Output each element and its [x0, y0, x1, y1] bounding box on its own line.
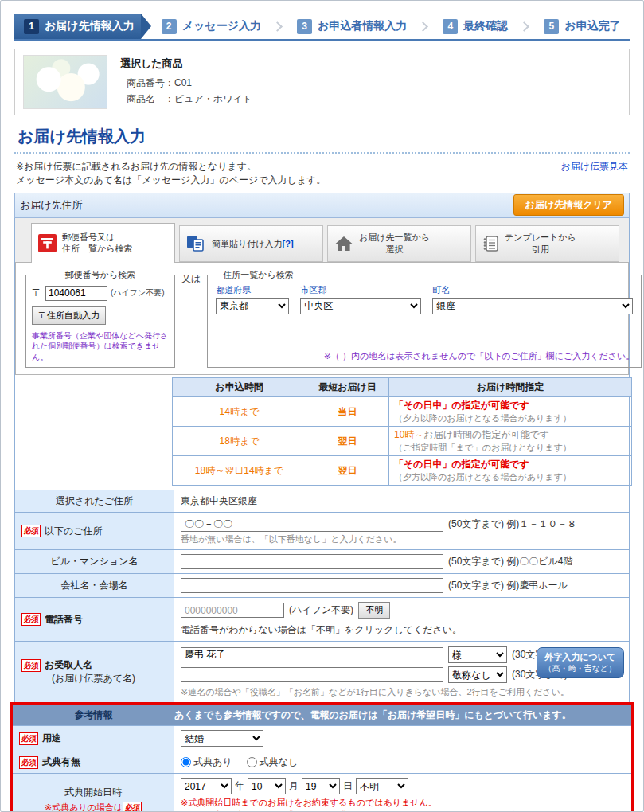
step-1-delivery-info: 1 お届け先情報入力 [14, 14, 141, 39]
row2-designation: 10時～お届け時間の指定が可能です （ご指定時間「まで」のお届けとなります） [389, 427, 632, 456]
delivery-address-box: 郵便番号又は 住所一覧から検索 簡単貼り付け入力[?] お届け先一覧から 選 [14, 218, 630, 812]
honorific1-select[interactable]: 様 [448, 646, 507, 663]
address-detail-input[interactable] [181, 517, 443, 532]
step-5-number: 5 [544, 19, 559, 34]
tab-postal-code-search[interactable]: 郵便番号又は 住所一覧から検索 [31, 223, 175, 263]
purpose-row: 必須 用途 結婚 [13, 725, 631, 751]
recipient-name2-input[interactable] [181, 667, 443, 682]
page-title: お届け先情報入力 [18, 126, 630, 147]
required-badge: 必須 [19, 756, 38, 769]
phone-input[interactable] [181, 603, 284, 618]
product-name: ピュア・ホワイト [174, 93, 252, 104]
phone-value-cell: (ハイフン不要) 不明 電話番号がわからない場合は「不明」をクリックしてください… [174, 598, 629, 641]
company-value-cell: (50文字まで) 例)慶弔ホール [174, 574, 629, 597]
phone-unknown-button[interactable]: 不明 [358, 602, 390, 619]
step-3-applicant-info: 3 お申込者情報入力 [281, 14, 415, 39]
address-detail-label-cell: 必須 以下のご住所 [15, 513, 174, 549]
home-icon [334, 235, 353, 252]
step-5-complete: 5 お申込完了 [528, 14, 628, 39]
step-5-label: お申込完了 [564, 19, 620, 33]
ceremony-value-cell: 式典あり 式典なし [174, 751, 631, 773]
tab-template-line1: テンプレートから [505, 232, 576, 242]
town-select[interactable]: 銀座 [432, 298, 633, 314]
clear-delivery-info-button[interactable]: お届け先情報クリア [513, 194, 624, 216]
required-badge: 必須 [123, 802, 142, 812]
gaiji-button-line2: （髙・﨑・𠮷など） [544, 663, 616, 674]
purpose-label-cell: 必須 用途 [13, 726, 174, 751]
tab-template-quote[interactable]: テンプレートから 引用 [475, 225, 619, 262]
tab-postal-label-line1: 郵便番号又は [62, 232, 115, 242]
header-earliest-day: 最短お届け日 [306, 378, 389, 397]
tab-paste-input[interactable]: 簡単貼り付け入力[?] [179, 225, 323, 262]
row2-apply-time: 18時まで [173, 427, 306, 456]
ceremony-time-select[interactable]: 不明 [356, 778, 408, 794]
town-label: 町名 [432, 284, 633, 296]
product-heading: 選択した商品 [120, 57, 252, 71]
delivery-address-header: お届け先住所 お届け先情報クリア [14, 193, 630, 218]
building-label: ビル・マンション名 [15, 550, 174, 573]
row1-earliest-day: 当日 [306, 397, 389, 427]
postal-search-fieldset: 郵便番号から検索 〒 (ハイフン不要) 〒住所自動入力 事業所番号（企業や団体な… [25, 269, 175, 369]
step-4-final-confirm: 4 最終確認 [427, 14, 516, 39]
ceremony-day-select[interactable]: 19 [302, 778, 340, 794]
building-input[interactable] [181, 554, 443, 569]
ceremony-year-select[interactable]: 2017 [181, 778, 232, 794]
selected-address-row: 選択されたご住所 東京都中央区銀座 [15, 490, 629, 512]
address-detail-row: 必須 以下のご住所 (50文字まで) 例)１－１０－８ 番地が無い場合は、「以下… [15, 512, 629, 549]
tab-address-list-select[interactable]: お届け先一覧から 選択 [327, 225, 471, 262]
ceremony-month-select[interactable]: 10 [248, 778, 286, 794]
town-column: 町名 銀座 [432, 284, 633, 314]
tab-paste-label: 簡単貼り付け入力[?] [212, 238, 294, 249]
schedule-header-row: お申込時間 最短お届け日 お届け時間指定 [173, 378, 632, 397]
tab-address-list-line1: お届け先一覧から [359, 232, 430, 242]
row1-designation-line1: 「その日中」の指定が可能です [394, 399, 626, 412]
product-info: 選択した商品 商品番号：C01 商品名 ：ピュア・ホワイト [120, 55, 252, 109]
prefecture-column: 都道府県 東京都 [216, 284, 289, 314]
city-column: 市区郡 中央区 [300, 284, 421, 314]
purpose-select[interactable]: 結婚 [181, 730, 263, 747]
ceremony-no-radio[interactable] [247, 757, 257, 767]
building-row: ビル・マンション名 (50文字まで) 例)〇〇ビル4階 [15, 549, 629, 573]
step-2-label: メッセージ入力 [182, 19, 261, 33]
city-label: 市区郡 [300, 284, 421, 296]
purpose-value-cell: 結婚 [174, 726, 631, 751]
phone-note: 電話番号がわからない場合は「不明」をクリックしてください。 [181, 623, 462, 637]
product-name-line: 商品名 ：ピュア・ホワイト [127, 92, 252, 106]
delivery-schedule-table: お申込時間 最短お届け日 お届け時間指定 14時まで 当日 「その日中」の指定が… [172, 377, 632, 486]
postal-code-input[interactable] [45, 286, 107, 301]
row2-earliest-day: 翌日 [306, 427, 389, 456]
intro-note-line1: ※お届け伝票に記載されるお届け先の情報となります。 [16, 160, 326, 174]
reference-header-bar: 参考情報 あくまでも参考情報ですので、電報のお届けは「お届け希望日時」にもとづい… [13, 705, 631, 725]
building-note: (50文字まで) 例)〇〇ビル4階 [448, 555, 572, 568]
address-autofill-button[interactable]: 〒住所自動入力 [32, 306, 106, 325]
postal-input-line: 〒 (ハイフン不要) [32, 286, 169, 301]
prefecture-select[interactable]: 東京都 [216, 298, 289, 314]
required-badge: 必須 [19, 732, 38, 745]
schedule-row-1: 14時まで 当日 「その日中」の指定が可能です （夕方以降のお届けとなる場合があ… [173, 397, 632, 427]
city-select[interactable]: 中央区 [300, 298, 421, 314]
reference-info-highlighted-section: 参考情報 あくまでも参考情報ですので、電報のお届けは「お届け希望日時」にもとづい… [10, 702, 634, 812]
row2-designation-line1: 10時～お届け時間の指定が可能です [394, 428, 626, 442]
honorific2-select[interactable]: 敬称なし [448, 666, 507, 683]
product-code-line: 商品番号：C01 [127, 76, 252, 90]
step-1-label: お届け先情報入力 [45, 19, 135, 33]
template-list-icon [482, 235, 499, 252]
row3-designation-line1: 「その日中」の指定が可能です [394, 458, 626, 471]
step-3-number: 3 [297, 19, 312, 34]
voucher-sample-link[interactable]: お届け伝票見本 [560, 160, 628, 174]
tab-paste-help-link[interactable]: [?] [283, 239, 294, 248]
gaiji-input-button[interactable]: 外字入力について （髙・﨑・𠮷など） [537, 647, 624, 677]
tab-template-line2: 引用 [505, 244, 576, 255]
ceremony-yes-option[interactable]: 式典あり [181, 755, 232, 769]
month-unit: 月 [289, 779, 299, 793]
address-detail-note: (50文字まで) 例)１－１０－８ [448, 517, 576, 531]
ceremony-yes-radio[interactable] [181, 757, 191, 767]
selected-product-box: 選択した商品 商品番号：C01 商品名 ：ピュア・ホワイト [14, 49, 630, 115]
recipient-name1-input[interactable] [181, 647, 443, 662]
ceremony-no-option[interactable]: 式典なし [247, 755, 299, 769]
ceremony-start-sublabel: ※式典ありの場合は [45, 802, 123, 812]
phone-hyphen-note: (ハイフン不要) [289, 603, 353, 617]
tab-address-list-label: お届け先一覧から 選択 [359, 232, 430, 255]
ceremony-start-note1: ※式典開始日時までのお届けをお約束するものではありません。 [181, 797, 625, 809]
company-input[interactable] [181, 578, 443, 593]
